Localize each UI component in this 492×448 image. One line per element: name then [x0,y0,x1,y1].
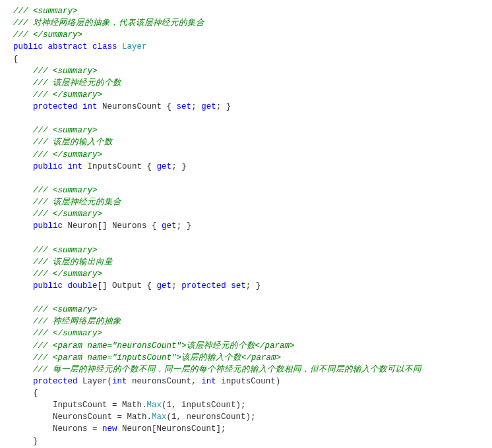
type-name: Neuron [68,221,98,231]
comment-text: </summary> [48,329,103,338]
comment-slash: /// [33,67,48,76]
keyword-double: double [68,281,98,291]
comment-slash: /// [33,269,48,279]
comment-slash: /// [33,186,48,195]
class-name: Layer [122,42,147,51]
keyword-get: get [162,221,177,231]
comment-text: 该层的输入个数 [48,138,113,147]
comment-slash: /// [33,353,48,362]
keyword-int: int [82,102,98,111]
method-call: Max [147,401,162,410]
keyword-int: int [68,162,83,171]
statement: (1, inputsCount); [162,401,246,410]
comment-text: 神经网络层的抽象 [48,317,122,326]
keyword-get: get [157,162,172,171]
comment-text: 该层神经元的个数 [48,78,122,88]
code-block: /// <summary> /// 对神经网络层的抽象，代表该层神经元的集合 /… [13,5,479,447]
statement: Neurons = [53,424,102,434]
comment-slash: /// [33,246,48,255]
comment-slash: /// [13,30,28,40]
comment-slash: /// [33,138,48,147]
comment-slash: /// [13,18,28,28]
comment-slash: /// [33,258,48,267]
keyword-int: int [112,377,127,386]
comment-slash: /// [13,7,28,16]
comment-text: 每一层的神经元的个数不同，同一层的每个神经元的输入个数相同，但不同层的输入个数可… [48,365,422,374]
keyword-int: int [201,377,216,386]
comment-slash: /// [33,78,48,88]
statement: InputsCount = Math. [53,401,147,410]
comment-slash: /// [33,90,48,99]
comment-text: <summary> [48,246,98,255]
comment-slash: /// [33,198,48,207]
comment-text: 该层神经元的集合 [48,198,122,207]
keyword-public: public [13,42,43,51]
property-name: Output [112,281,142,291]
comment-slash: /// [33,210,48,219]
comment-text: <summary> [48,305,98,314]
statement: Neuron[NeuronsCount]; [117,424,226,434]
comment-text: <param name="inputsCount">该层的输入个数</param… [48,353,282,362]
keyword-set: set [231,281,246,291]
keyword-public: public [33,162,63,171]
keyword-abstract: abstract [48,42,88,51]
property-name: InputsCount [88,162,142,171]
close-brace: } [33,437,38,446]
keyword-new: new [102,424,117,434]
param-name: inputsCount [221,377,276,386]
param-name: neuronsCount [132,377,191,386]
property-name: NeuronsCount [102,102,162,111]
comment-slash: /// [33,365,48,374]
comment-text: <summary> [48,126,98,135]
comment-slash: /// [33,150,48,159]
comment-text: </summary> [48,269,103,279]
comment-text: <summary> [48,186,98,195]
comment-text: 对神经网络层的抽象，代表该层神经元的集合 [28,18,205,28]
property-name: Neurons [112,221,147,231]
keyword-get: get [157,281,172,291]
ctor-name: Layer [82,377,108,386]
comment-text: <param name="neuronsCount">该层神经元的个数</par… [48,341,295,350]
open-brace: { [33,389,38,398]
comment-text: 该层的输出向量 [48,258,113,267]
keyword-class: class [92,42,117,51]
comment-text: <summary> [28,7,78,16]
comment-slash: /// [33,329,48,338]
comment-slash: /// [33,126,48,135]
comment-text: </summary> [28,30,83,40]
keyword-protected: protected [33,102,78,111]
keyword-set: set [177,102,192,111]
comment-text: <summary> [48,67,98,76]
keyword-protected: protected [33,377,78,386]
keyword-public: public [33,281,63,291]
comment-text: </summary> [48,150,103,159]
keyword-get: get [201,102,216,111]
comment-text: </summary> [48,90,103,99]
open-brace: { [13,55,18,64]
method-call: Max [152,412,167,422]
comment-slash: /// [33,341,48,350]
comment-slash: /// [33,305,48,314]
statement: NeuronsCount = Math. [53,412,152,422]
keyword-public: public [33,221,63,231]
statement: (1, neuronsCount); [167,412,256,422]
comment-text: </summary> [48,210,103,219]
comment-slash: /// [33,317,48,326]
keyword-protected: protected [181,281,226,291]
